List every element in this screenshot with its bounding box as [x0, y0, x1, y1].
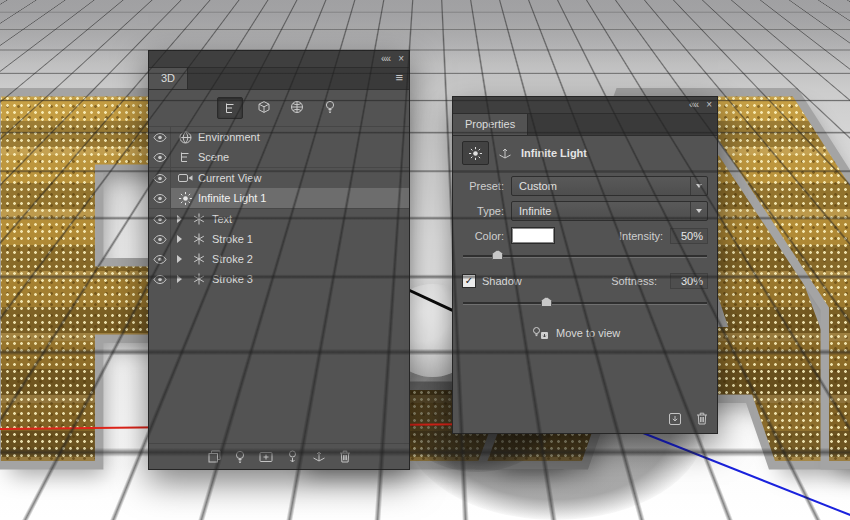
mesh-icon	[191, 273, 207, 285]
softness-slider[interactable]	[463, 296, 707, 308]
properties-panel: «« × Properties Infinite Light Preset: C…	[452, 96, 718, 434]
expand-arrow-icon[interactable]	[177, 275, 186, 283]
mesh-icon	[191, 213, 207, 225]
properties-header: Infinite Light	[453, 136, 717, 173]
move-to-view-label: Move to view	[556, 327, 620, 339]
slider-track	[463, 302, 707, 305]
coordinates-icon[interactable]	[312, 450, 326, 463]
3d-item-stroke-3[interactable]: Stroke 3	[149, 269, 409, 289]
panel-menu-icon[interactable]: ≡	[395, 71, 403, 84]
scene-icon	[177, 151, 193, 163]
expand-arrow-icon[interactable]	[177, 235, 186, 243]
preset-value: Custom	[519, 180, 557, 192]
filter-materials-button[interactable]	[285, 97, 309, 117]
check-icon: ✓	[465, 276, 473, 286]
shadow-checkbox[interactable]: ✓	[462, 274, 476, 288]
visibility-toggle[interactable]	[149, 188, 171, 208]
3d-item-text[interactable]: Text	[149, 208, 409, 229]
softness-slider-row	[453, 295, 717, 314]
3d-item-environment[interactable]: Environment	[149, 127, 409, 147]
preset-select[interactable]: Custom	[511, 176, 708, 196]
mesh-icon	[191, 233, 207, 245]
3d-item-stroke-2[interactable]: Stroke 2	[149, 249, 409, 269]
intensity-slider-row	[453, 248, 717, 267]
new-light-icon[interactable]	[234, 450, 246, 464]
intensity-slider[interactable]	[463, 249, 707, 261]
preset-row: Preset: Custom	[453, 173, 717, 198]
preset-label: Preset:	[462, 180, 504, 192]
expand-arrow-icon[interactable]	[177, 255, 186, 263]
filter-lights-button[interactable]	[318, 97, 342, 117]
duplicate-icon[interactable]	[208, 450, 221, 463]
visibility-toggle[interactable]	[149, 127, 171, 147]
chevron-down-icon	[690, 202, 707, 220]
expand-arrow-icon[interactable]	[177, 215, 186, 223]
item-label: Infinite Light 1	[198, 192, 267, 204]
shadow-label: Shadow	[482, 275, 522, 287]
3d-object-list: Environment Scene	[149, 127, 409, 289]
letter-face: Y	[695, 0, 850, 520]
item-label: Stroke 3	[212, 273, 253, 285]
type-label: Type:	[462, 205, 504, 217]
3d-item-stroke-1[interactable]: Stroke 1	[149, 229, 409, 249]
tab-3d[interactable]: 3D	[149, 68, 188, 89]
item-label: Current View	[198, 172, 261, 184]
filter-meshes-button[interactable]	[252, 97, 276, 117]
3d-panel: «« × 3D ≡	[148, 50, 410, 470]
color-label: Color:	[462, 230, 504, 242]
move-to-view-button[interactable]: Move to view	[531, 326, 717, 340]
item-label: Environment	[198, 131, 260, 143]
visibility-toggle[interactable]	[149, 229, 171, 249]
3d-item-current-view[interactable]: Current View	[149, 167, 409, 188]
gold-letter: Y Y	[695, 38, 850, 520]
item-label: Text	[212, 213, 232, 225]
tab-properties[interactable]: Properties	[453, 114, 528, 135]
environment-icon	[177, 131, 193, 144]
softness-slider-thumb[interactable]	[541, 297, 552, 307]
color-swatch[interactable]	[511, 227, 555, 244]
collapse-panel-icon[interactable]: ««	[381, 54, 390, 64]
filter-whole-scene-button[interactable]	[217, 97, 243, 119]
chevron-down-icon	[690, 177, 707, 195]
visibility-toggle[interactable]	[149, 249, 171, 269]
infinite-light-icon	[177, 192, 193, 205]
infinite-light-icon	[462, 141, 489, 165]
color-row: Color: Intensity: 50%	[453, 223, 717, 248]
close-panel-icon[interactable]: ×	[706, 100, 711, 110]
shadow-row: ✓ Shadow Softness: 30%	[453, 267, 717, 295]
visibility-toggle[interactable]	[149, 168, 171, 188]
3d-panel-toolbar	[149, 443, 409, 469]
snap-to-ground-icon[interactable]	[668, 412, 682, 426]
move-to-view-icon	[531, 326, 549, 340]
item-label: Scene	[198, 151, 229, 163]
properties-title: Infinite Light	[521, 147, 587, 159]
intensity-label: Intensity:	[619, 230, 663, 242]
photoshop-3d-canvas: P P L L A A Y Y «« × 3D ≡	[0, 0, 850, 520]
type-value: Infinite	[519, 205, 551, 217]
snap-to-ground-icon[interactable]	[286, 450, 299, 464]
close-panel-icon[interactable]: ×	[398, 54, 403, 64]
type-select[interactable]: Infinite	[511, 201, 708, 221]
visibility-toggle[interactable]	[149, 147, 171, 167]
type-row: Type: Infinite	[453, 198, 717, 223]
properties-panel-tabrow: Properties	[453, 114, 717, 136]
intensity-value-field[interactable]: 50%	[670, 228, 708, 244]
softness-label: Softness:	[611, 275, 657, 287]
3d-item-infinite-light-1[interactable]: Infinite Light 1	[149, 188, 409, 208]
visibility-toggle[interactable]	[149, 269, 171, 289]
collapse-panel-icon[interactable]: ««	[689, 100, 698, 110]
item-label: Stroke 2	[212, 253, 253, 265]
intensity-slider-thumb[interactable]	[492, 250, 503, 260]
3d-panel-titlebar: «« ×	[149, 51, 409, 68]
item-label: Stroke 1	[212, 233, 253, 245]
delete-icon[interactable]	[339, 450, 351, 463]
softness-value-field[interactable]: 30%	[670, 273, 708, 289]
3d-item-scene[interactable]: Scene	[149, 147, 409, 167]
delete-light-icon[interactable]	[696, 412, 708, 426]
3d-filter-bar	[149, 90, 409, 127]
add-to-scene-icon[interactable]	[259, 450, 273, 463]
coordinates-icon[interactable]	[498, 147, 512, 160]
camera-icon	[177, 173, 193, 183]
properties-footer	[668, 412, 708, 426]
visibility-toggle[interactable]	[149, 209, 171, 229]
